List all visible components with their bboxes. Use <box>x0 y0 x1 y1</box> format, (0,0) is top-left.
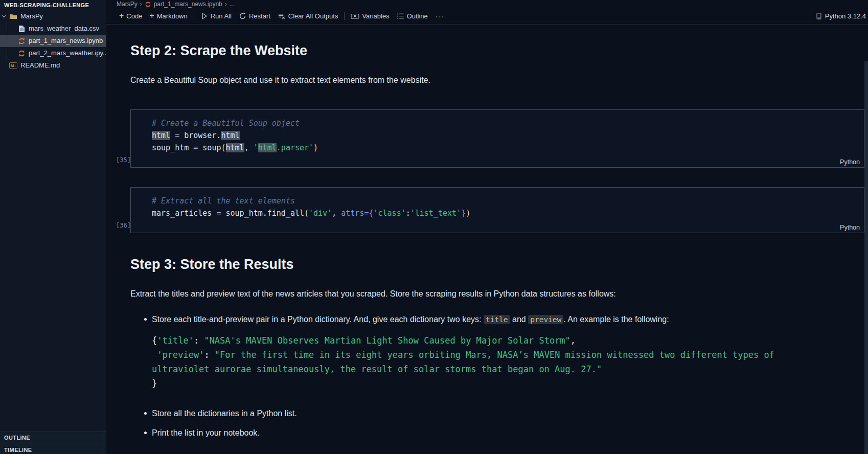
run-all-button[interactable]: Run All <box>197 10 235 22</box>
add-markdown-cell-button[interactable]: + Markdown <box>146 10 191 22</box>
jupyter-icon <box>17 49 26 57</box>
kernel-label: Python 3.12.4 <box>825 12 866 20</box>
outline-button[interactable]: Outline <box>393 10 431 22</box>
outline-icon <box>397 12 404 20</box>
jupyter-icon <box>145 1 151 8</box>
breadcrumb-folder[interactable]: MarsPy <box>117 1 138 8</box>
tree-item-label: README.md <box>20 59 60 72</box>
chevron-down-icon <box>1 13 8 19</box>
cell-language-label[interactable]: Python <box>840 158 860 166</box>
outline-section-header[interactable]: OUTLINE <box>0 432 106 444</box>
chevron-right-icon: › <box>225 1 227 8</box>
breadcrumb: MarsPy › part_1_mars_news.ipynb › ... <box>106 0 868 8</box>
code-content: # Create a Beautiful Soup objecthtml = b… <box>152 117 858 154</box>
editor-area: MarsPy › part_1_mars_news.ipynb › ... + … <box>106 0 868 454</box>
list-item: Print the list in your notebook. <box>130 427 864 439</box>
file-tree: MarsPy mars_weather_data.csv part_1_mars… <box>0 10 106 72</box>
md-heading-step3: Step 3: Store the Results <box>130 256 864 273</box>
code-content: # Extract all the text elementsmars_arti… <box>152 195 858 219</box>
clear-outputs-icon <box>278 12 286 20</box>
inline-code-title: title <box>484 315 510 324</box>
indent-guide <box>7 22 7 59</box>
breadcrumb-cell[interactable]: ... <box>230 1 235 8</box>
clear-all-outputs-button[interactable]: Clear All Outputs <box>274 10 342 22</box>
jupyter-icon <box>17 37 26 45</box>
md-code-block-example: {'title': "NASA's MAVEN Observes Martian… <box>152 333 864 391</box>
editor-scrollbar <box>864 25 868 454</box>
markdown-file-icon: M↓ <box>9 61 17 70</box>
vscode-window: WEB-SCRAPING-CHALLENGE MarsPy mars_weath… <box>0 0 868 454</box>
explorer-section-header[interactable]: WEB-SCRAPING-CHALLENGE <box>0 0 106 10</box>
code-cell-editor[interactable]: # Extract all the text elementsmars_arti… <box>130 187 864 233</box>
chevron-right-icon: › <box>140 1 142 8</box>
variables-icon <box>351 12 359 20</box>
md-heading-step2: Step 2: Scrape the Website <box>130 42 864 59</box>
variables-button[interactable]: Variables <box>347 10 393 22</box>
restart-button[interactable]: Restart <box>235 10 274 22</box>
tree-item-notebook-part2[interactable]: part_2_mars_weather.ipy... <box>0 47 106 59</box>
tree-item-csv[interactable]: mars_weather_data.csv <box>0 22 106 35</box>
code-cell-2[interactable]: [36] # Extract all the text elementsmars… <box>130 187 864 233</box>
md-paragraph-step2: Create a Beautiful Soup object and use i… <box>130 75 864 86</box>
scrollbar-thumb[interactable] <box>864 61 868 454</box>
tree-item-label: mars_weather_data.csv <box>29 22 99 35</box>
list-item: Store all the dictionaries in a Python l… <box>130 408 864 419</box>
sidebar-bottom-panels: OUTLINE TIMELINE <box>0 432 106 454</box>
notebook-content: Step 2: Scrape the Website Create a Beau… <box>106 25 868 454</box>
execution-count: [35] <box>116 156 131 164</box>
timeline-section-header[interactable]: TIMELINE <box>0 444 106 454</box>
list-item: Store each title-and-preview pair in a P… <box>130 314 864 391</box>
tree-item-label: part_2_mars_weather.ipy... <box>29 47 108 59</box>
notebook-toolbar: + Code + Markdown Run All Restart <box>106 8 868 25</box>
cell-language-label[interactable]: Python <box>840 224 860 231</box>
kernel-picker[interactable]: Python 3.12.4 <box>815 8 866 24</box>
tree-item-readme[interactable]: M↓ README.md <box>0 59 106 72</box>
toolbar-separator <box>344 12 345 20</box>
add-code-cell-button[interactable]: + Code <box>116 10 146 22</box>
restart-icon <box>239 12 246 20</box>
md-bullet-list: Store each title-and-preview pair in a P… <box>130 314 864 439</box>
csv-file-icon <box>17 25 26 33</box>
kernel-icon <box>815 12 823 20</box>
plus-icon: + <box>149 11 154 20</box>
run-all-icon <box>200 12 208 20</box>
folder-icon <box>9 12 17 20</box>
code-cell-1[interactable]: [35] # Create a Beautiful Soup objecthtm… <box>130 109 864 168</box>
tree-item-folder-marspy[interactable]: MarsPy <box>0 10 106 22</box>
tree-item-notebook-part1[interactable]: part_1_mars_news.ipynb <box>0 35 106 47</box>
breadcrumb-file[interactable]: part_1_mars_news.ipynb <box>154 1 222 8</box>
more-actions-button[interactable]: ··· <box>431 12 449 20</box>
md-paragraph-step3: Extract the titles and preview text of t… <box>130 288 864 300</box>
execution-count: [36] <box>116 222 131 229</box>
explorer-sidebar: WEB-SCRAPING-CHALLENGE MarsPy mars_weath… <box>0 0 106 454</box>
tree-item-label: MarsPy <box>20 10 43 22</box>
tree-item-label: part_1_mars_news.ipynb <box>29 35 103 47</box>
code-cell-editor[interactable]: # Create a Beautiful Soup objecthtml = b… <box>130 109 864 168</box>
plus-icon: + <box>119 11 124 20</box>
toolbar-separator <box>194 12 194 20</box>
inline-code-preview: preview <box>528 315 563 324</box>
